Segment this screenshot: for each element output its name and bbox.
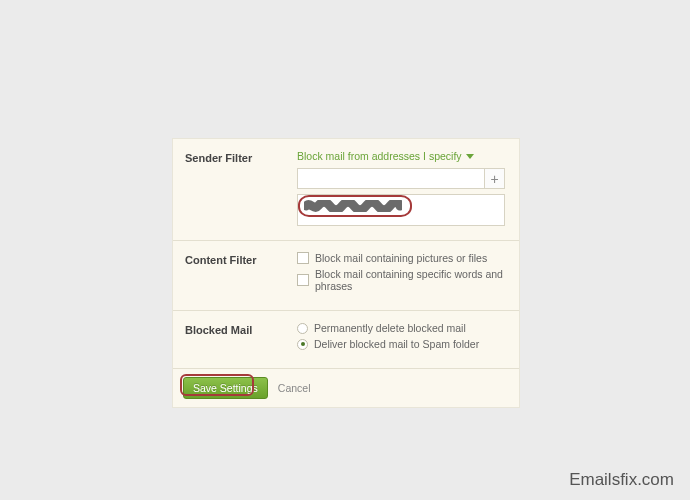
cancel-link[interactable]: Cancel: [278, 382, 311, 394]
block-pictures-row: Block mail containing pictures or files: [297, 252, 507, 264]
footer: Save Settings Cancel: [173, 368, 519, 407]
delete-blocked-row: Permanently delete blocked mail: [297, 322, 507, 334]
spam-blocked-row: Deliver blocked mail to Spam folder: [297, 338, 507, 350]
block-mode-text: Block mail from addresses I specify: [297, 150, 462, 162]
plus-icon: +: [490, 171, 498, 187]
redacted-address: [304, 200, 402, 212]
delete-blocked-label: Permanently delete blocked mail: [314, 322, 466, 334]
address-input[interactable]: [298, 169, 484, 188]
address-input-row: +: [297, 168, 505, 189]
block-pictures-label: Block mail containing pictures or files: [315, 252, 487, 264]
spam-blocked-label: Deliver blocked mail to Spam folder: [314, 338, 479, 350]
spam-blocked-radio[interactable]: [297, 339, 308, 350]
blocked-mail-section: Blocked Mail Permanently delete blocked …: [173, 310, 519, 368]
block-words-checkbox[interactable]: [297, 274, 309, 286]
block-words-row: Block mail containing specific words and…: [297, 268, 507, 292]
settings-panel: Sender Filter Block mail from addresses …: [172, 138, 520, 408]
block-words-label: Block mail containing specific words and…: [315, 268, 507, 292]
block-pictures-checkbox[interactable]: [297, 252, 309, 264]
delete-blocked-radio[interactable]: [297, 323, 308, 334]
blocked-mail-body: Permanently delete blocked mail Deliver …: [297, 322, 507, 354]
block-mode-dropdown[interactable]: Block mail from addresses I specify: [297, 150, 474, 162]
chevron-down-icon: [466, 154, 474, 159]
watermark: Emailsfix.com: [569, 470, 674, 490]
sender-filter-section: Sender Filter Block mail from addresses …: [173, 139, 519, 240]
blocked-mail-label: Blocked Mail: [185, 322, 297, 354]
sender-filter-label: Sender Filter: [185, 150, 297, 226]
sender-filter-body: Block mail from addresses I specify +: [297, 150, 507, 226]
add-address-button[interactable]: +: [484, 169, 504, 188]
content-filter-section: Content Filter Block mail containing pic…: [173, 240, 519, 310]
content-filter-label: Content Filter: [185, 252, 297, 296]
address-list[interactable]: [297, 194, 505, 226]
content-filter-body: Block mail containing pictures or files …: [297, 252, 507, 296]
save-button[interactable]: Save Settings: [183, 377, 268, 399]
